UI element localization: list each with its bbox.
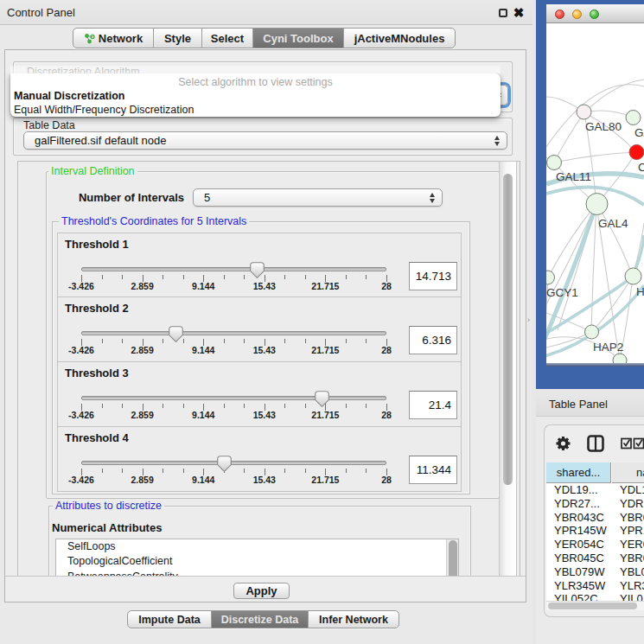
popup-item-manual-discretization[interactable]: Manual Discretization [10,89,501,103]
tab-label: Cyni Toolbox [263,32,333,45]
threshold-slider-track-3[interactable] [81,396,386,400]
number-of-intervals-combobox[interactable]: 5 [193,188,443,207]
threshold-slider-track-1[interactable] [81,267,386,271]
threshold-value-field-1[interactable]: 14.713 [409,262,457,290]
network-edge[interactable] [554,152,636,163]
table-row[interactable]: YBL079WYBL0 [546,565,644,579]
table-data-combobox[interactable]: galFiltered.sif default node [23,131,507,150]
threshold-panel-4: Threshold 4-3.4262.8599.14415.4321.71528… [57,427,462,492]
slider-tick [284,469,285,473]
network-view-window: GAL80GACGAL11GAL4GCY1HAHAP2 [536,0,644,389]
float-window-icon[interactable] [499,9,507,17]
network-edge[interactable] [554,112,584,163]
threshold-slider-thumb-3[interactable] [315,391,329,407]
threshold-value-field-4[interactable]: 11.344 [409,456,457,484]
tab-select[interactable]: Select [202,29,253,48]
close-window-icon[interactable] [555,10,564,19]
slider-tick [305,404,306,408]
threshold-value-field-3[interactable]: 21.4 [409,391,457,419]
slider-tick [284,404,285,408]
zoom-window-icon[interactable] [590,10,599,19]
table-row[interactable]: YDR27...YDR2 [546,497,644,511]
slider-tick-label: 21.715 [311,345,339,355]
attributes-list-scrollbar[interactable] [446,539,458,577]
gear-icon[interactable] [557,437,571,450]
slider-tick [122,275,123,279]
threshold-slider-track-4[interactable] [81,461,386,465]
apply-button[interactable]: Apply [233,583,290,599]
cell-shared-name: YLR345W [546,579,611,593]
GAL4-node[interactable] [586,194,608,215]
column-header-name[interactable]: na... [612,462,644,483]
tab-jactivemnodules[interactable]: jActiveMNodules [344,29,455,48]
HAP2-node[interactable] [585,325,599,339]
slider-tick [346,339,347,343]
GCY1-node[interactable] [546,271,555,284]
table-panel-title: Table Panel [549,392,608,417]
threshold-panel-3: Threshold 3-3.4262.8599.14415.4321.71528… [57,362,462,427]
table-horizontal-scrollbar[interactable] [546,601,644,610]
table-row[interactable]: YPR145WYPR1 [546,524,644,538]
split-divider-toggle-icon[interactable]: › [527,315,534,325]
split-table-icon[interactable] [589,437,603,451]
threshold-slider-thumb-4[interactable] [217,456,232,472]
column-header-shared-name[interactable]: shared... [546,462,611,483]
node-label-hap2: HAP2 [593,341,623,354]
attributes-list-scrollbar-thumb[interactable] [449,540,457,577]
top-right-node[interactable] [626,111,641,125]
threshold-slider-thumb-1[interactable] [250,262,265,278]
numerical-attributes-list[interactable]: SelfLoopsTopologicalCoefficientBetweenne… [55,539,459,577]
select-all-checkbox-icon[interactable] [634,439,644,449]
tab-label: Discretize Data [221,614,299,626]
GAL80-node[interactable] [577,105,591,119]
attribute-item-topologicalcoefficient[interactable]: TopologicalCoefficient [56,554,458,569]
slider-tick [122,404,123,408]
table-scrollbar-thumb[interactable] [548,603,637,609]
bottom-node[interactable] [613,354,627,363]
tab-infer-network[interactable]: Infer Network [309,611,399,628]
GAL11-node[interactable] [547,156,562,170]
slider-tick-label: -3.426 [68,281,94,291]
table-row[interactable]: YLR345WYLR3 [546,579,644,593]
slider-tick-label: 2.859 [131,410,153,420]
settings-vertical-scrollbar[interactable] [499,161,517,577]
tab-label: Style [164,32,191,45]
table-row[interactable]: YER054CYER0 [546,538,644,552]
cell-name: YBL0 [611,565,644,579]
tab-discretize-data[interactable]: Discretize Data [212,611,309,628]
slider-tick [224,404,225,408]
table-row[interactable]: YDL19...YDL1 [546,483,644,497]
table-data-title: Table Data [21,119,78,131]
threshold-value-field-2[interactable]: 6.316 [409,326,457,354]
tab-cyni-toolbox[interactable]: Cyni Toolbox [253,29,344,48]
settings-scrollbar-thumb[interactable] [503,174,513,485]
table-row[interactable]: YBR043CYBR0 [546,511,644,525]
popup-item-equal-width-frequency-discreti[interactable]: Equal Width/Frequency Discretization [10,103,501,117]
threshold-panel-1: Threshold 1-3.4262.8599.14415.4321.71528… [57,233,462,297]
settings-scroll-viewport: Interval Definition Number of Intervals … [17,161,520,577]
table-toolbar [536,429,644,463]
threshold-slider-thumb-2[interactable] [169,326,183,342]
slider-tick-label: -3.426 [68,475,94,485]
slider-tick [183,275,184,279]
attribute-item-selfloops[interactable]: SelfLoops [56,539,458,554]
red-node[interactable] [629,145,644,160]
slider-tick-label: -3.426 [68,410,94,420]
tab-impute-data[interactable]: Impute Data [128,611,212,628]
threshold-slider-track-2[interactable] [81,331,386,335]
close-icon[interactable]: ✖ [512,3,526,22]
slider-tick [284,275,285,279]
network-canvas[interactable]: GAL80GACGAL11GAL4GCY1HAHAP2 [546,23,644,363]
slider-tick [305,469,306,473]
H-node[interactable] [625,268,641,284]
slider-tick [244,339,245,343]
network-window-titlebar [546,4,644,23]
slider-tick [305,275,306,279]
minimize-window-icon[interactable] [572,10,582,19]
select-checkbox-icon[interactable] [622,439,631,449]
table-row[interactable]: YBR045CYBR0 [546,552,644,565]
tab-network[interactable]: Network [73,29,154,48]
tab-style[interactable]: Style [154,29,202,48]
cell-shared-name: YBR043C [546,511,611,525]
popup-item-select-algorithm-to-view-setti[interactable]: Select algorithm to view settings [10,75,501,89]
